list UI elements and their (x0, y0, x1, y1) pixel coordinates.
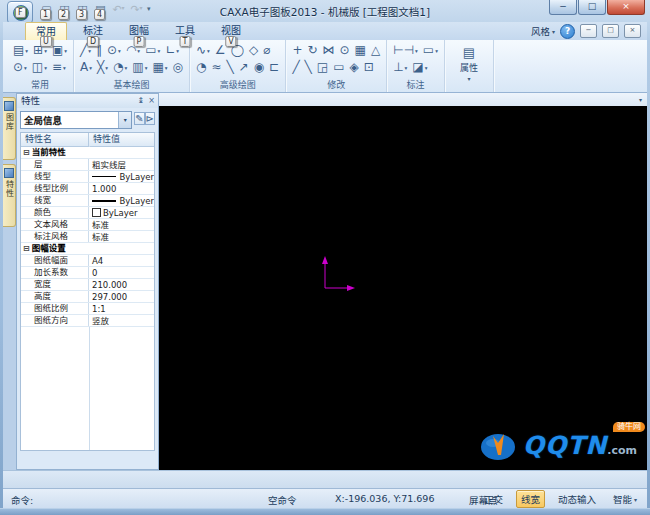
angle-line-button[interactable]: ∠ (215, 43, 226, 58)
table-button[interactable]: ▥▾ (132, 60, 147, 75)
detail-view-button[interactable]: ◎ (173, 60, 183, 75)
property-value[interactable]: A4 (89, 255, 154, 266)
paste-button[interactable]: ▤▾ (13, 43, 28, 58)
property-value[interactable]: ByLayer (89, 171, 154, 182)
property-value[interactable]: 210.000 (89, 279, 154, 290)
property-row[interactable]: 图纸比例1:1 (21, 303, 154, 315)
grid-button[interactable]: ▦▾ (152, 60, 167, 75)
plot-button[interactable]: ▤4 (93, 2, 108, 17)
property-row[interactable]: 层粗实线层 (21, 159, 154, 171)
gear-button[interactable]: ◉ (254, 60, 264, 75)
lineweight-toggle[interactable]: 线宽 (516, 490, 545, 508)
text-button[interactable]: A▾ (80, 60, 92, 75)
property-row[interactable]: 线宽ByLayer (21, 195, 154, 207)
trim-button[interactable]: ╱ (292, 60, 299, 75)
dimension-button[interactable]: ⊢⊣▾ (393, 43, 418, 58)
chevron-down-icon[interactable]: ▾ (639, 96, 642, 103)
channel-button[interactable]: ⊏ (269, 60, 279, 75)
property-row[interactable]: 加长系数0 (21, 267, 154, 279)
section-button[interactable]: ◔ (196, 60, 206, 75)
smart-toggle[interactable]: 智能▾ (609, 491, 641, 507)
property-row[interactable]: 图纸方向竖放 (21, 315, 154, 327)
edit-button[interactable]: ✎ (134, 112, 144, 125)
property-value[interactable]: 标准 (89, 219, 154, 230)
property-value[interactable]: 297.000 (89, 291, 154, 302)
help-button[interactable]: ? (560, 24, 575, 39)
doc-restore-button[interactable]: □ (602, 24, 619, 38)
scale-button[interactable]: △ (371, 43, 380, 58)
pick-button[interactable]: ⊳ (145, 112, 155, 125)
zoom-button[interactable]: ⊙▾ (13, 60, 27, 75)
spline-button[interactable]: ∿▾ (196, 43, 210, 58)
property-group-row[interactable]: ⊟当前特性 (21, 147, 154, 159)
fillet-button[interactable]: ◲ (317, 60, 328, 75)
open-file-button[interactable]: ◰2 (57, 2, 72, 17)
horizontal-scrollbar[interactable] (3, 470, 647, 489)
tab-view[interactable]: 视图V (211, 22, 251, 40)
new-file-button[interactable]: ▢1 (39, 2, 54, 17)
circle-button[interactable]: ⊙▾ (107, 43, 121, 58)
pie-button[interactable]: ◔▾ (113, 60, 127, 75)
tab-dimension[interactable]: 标注D (73, 22, 113, 40)
panel-close-icon[interactable]: × (148, 94, 155, 108)
property-group-row[interactable]: ⊟图幅设置 (21, 243, 154, 255)
maximize-button[interactable]: □ (578, 0, 606, 15)
collapse-icon[interactable]: ⊟ (23, 148, 30, 157)
side-tab-library[interactable]: 图库 (3, 97, 16, 160)
arrow-button[interactable]: ↗ (239, 60, 249, 75)
datum-button[interactable]: ⊥▾ (393, 60, 407, 75)
property-value[interactable]: ByLayer (89, 195, 154, 206)
move-button[interactable]: + (292, 43, 302, 58)
property-value[interactable]: 标准 (89, 231, 154, 242)
property-row[interactable]: 标注风格标准 (21, 231, 154, 243)
property-row[interactable]: 线型比例1.000 (21, 183, 154, 195)
drawing-canvas[interactable]: QQTN.com 骑牛网 (159, 106, 647, 470)
side-tab-properties[interactable]: 特性 (3, 164, 16, 227)
mirror-button[interactable]: ⋈ (323, 43, 335, 58)
property-value[interactable]: 竖放 (89, 315, 154, 326)
property-value[interactable]: 粗实线层 (89, 159, 154, 170)
property-row[interactable]: 图纸幅面A4 (21, 255, 154, 267)
property-row[interactable]: 宽度210.000 (21, 279, 154, 291)
break-line-button[interactable]: ╲ (227, 60, 234, 75)
style-dropdown[interactable]: 风格 ▾ (531, 24, 555, 38)
explode-button[interactable]: ◈ (350, 60, 359, 75)
block-button[interactable]: ◫▾ (32, 60, 47, 75)
tab-home[interactable]: 常用U (25, 22, 67, 40)
layer-button[interactable]: ≡▾ (52, 60, 66, 75)
property-row[interactable]: 高度297.000 (21, 291, 154, 303)
tab-frame[interactable]: 图幅P (119, 22, 159, 40)
property-value[interactable]: 0 (89, 267, 154, 278)
pin-icon[interactable]: ↨ (138, 94, 145, 108)
scope-select[interactable]: 全局信息 ▾ (20, 111, 132, 129)
tolerance-button[interactable]: ◪▾ (412, 60, 427, 75)
doc-close-button[interactable]: × (624, 24, 641, 38)
polyline-button[interactable]: ∟▾ (165, 43, 179, 58)
insert-object-button[interactable]: ▣▾ (52, 43, 67, 58)
properties-button[interactable]: ▤属性▾ (451, 42, 487, 82)
app-menu-button[interactable]: F (7, 1, 33, 24)
property-value[interactable]: ByLayer (89, 207, 154, 218)
doc-minimize-button[interactable]: − (580, 24, 597, 38)
wave-line-button[interactable]: ≈ (211, 60, 221, 75)
hatch-button[interactable]: ╳▾ (97, 60, 108, 75)
property-row[interactable]: 线型ByLayer (21, 171, 154, 183)
minimize-button[interactable]: − (549, 0, 577, 15)
array-button[interactable]: ▦ (355, 43, 366, 58)
dynamic-input-toggle[interactable]: 动态输入 (554, 491, 600, 507)
axis-button[interactable]: ⌀ (263, 43, 270, 58)
polygon-button[interactable]: ◇ (249, 43, 258, 58)
extend-button[interactable]: ╲ (305, 60, 312, 75)
close-button[interactable]: × (607, 0, 645, 15)
qat-overflow-chevron-icon[interactable]: ▾ (147, 2, 151, 17)
property-value[interactable]: 1:1 (89, 303, 154, 314)
property-value[interactable]: 1.000 (89, 183, 154, 194)
stretch-button[interactable]: ▭ (333, 60, 344, 75)
property-row[interactable]: 文本风格标准 (21, 219, 154, 231)
tab-tools[interactable]: 工具T (165, 22, 205, 40)
ortho-toggle[interactable]: 正交 (480, 491, 507, 507)
collapse-icon[interactable]: ⊟ (23, 244, 30, 253)
rectangle-button[interactable]: ▭▾ (145, 43, 160, 58)
save-file-button[interactable]: ◫3 (75, 2, 90, 17)
text-annotation-button[interactable]: ▭▾ (423, 43, 438, 58)
